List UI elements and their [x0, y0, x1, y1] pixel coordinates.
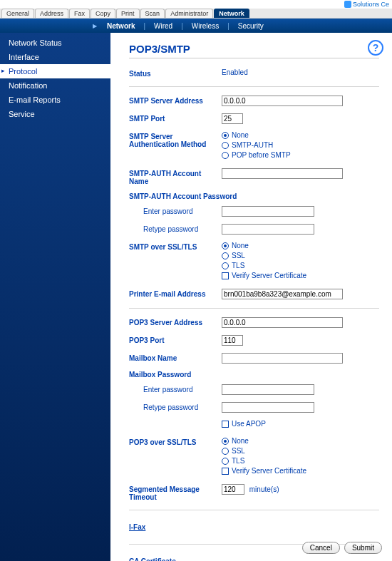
- status-label: Status: [129, 68, 222, 78]
- submit-button[interactable]: Submit: [344, 542, 382, 554]
- tab-address[interactable]: Address: [35, 9, 68, 18]
- mbox-retype-pwd-input[interactable]: [222, 402, 314, 413]
- page-title: POP3/SMTP: [129, 43, 379, 58]
- content-panel: ? POP3/SMTP Status Enabled SMTP Server A…: [110, 33, 392, 561]
- smtp-auth-method-label: SMTP Server Authentication Method: [129, 131, 222, 148]
- button-row: Cancel Submit: [302, 542, 382, 554]
- tab-print[interactable]: Print: [116, 9, 140, 18]
- pop3-server-label: POP3 Server Address: [129, 317, 222, 326]
- retype-pwd-label: Retype password: [129, 224, 222, 233]
- pop3-port-input[interactable]: [222, 335, 243, 346]
- auth-smtpauth-radio[interactable]: [222, 142, 229, 149]
- printer-email-label: Printer E-mail Address: [129, 289, 222, 298]
- solutions-icon: [344, 1, 351, 8]
- mailbox-name-input[interactable]: [222, 353, 343, 364]
- smtp-ssl-label: SMTP over SSL/TLS: [129, 242, 222, 251]
- tab-copy[interactable]: Copy: [91, 9, 115, 18]
- mailbox-pwd-heading: Mailbox Password: [129, 371, 379, 379]
- seg-timeout-label: Segmented Message Timeout: [129, 484, 222, 501]
- sidebar-item-network-status[interactable]: Network Status: [0, 36, 110, 50]
- mbox-enter-pwd-label: Enter password: [129, 384, 222, 393]
- link-ca-certificate[interactable]: CA Certificate: [129, 557, 176, 561]
- sidebar-item-protocol[interactable]: Protocol: [0, 64, 110, 78]
- mailbox-name-label: Mailbox Name: [129, 353, 222, 362]
- sidebar: Network Status Interface Protocol Notifi…: [0, 33, 110, 561]
- pop3-ssl-tls-radio[interactable]: [222, 458, 229, 465]
- use-apop-checkbox[interactable]: [222, 421, 229, 428]
- auth-none-radio[interactable]: [222, 132, 229, 139]
- smtp-auth-account-label: SMTP-AUTH Account Name: [129, 168, 222, 185]
- smtp-ssl-ssl-radio[interactable]: [222, 252, 229, 259]
- sub-nav: ▶ Network | Wired | Wireless | Security: [0, 19, 392, 33]
- mbox-retype-pwd-label: Retype password: [129, 402, 222, 411]
- subnav-network[interactable]: Network: [103, 22, 139, 30]
- mbox-enter-pwd-input[interactable]: [222, 384, 314, 395]
- solutions-link-label: Solutions Ce: [353, 1, 389, 8]
- cancel-button[interactable]: Cancel: [302, 542, 340, 554]
- subnav-wired[interactable]: Wired: [150, 22, 177, 30]
- smtp-auth-pwd-heading: SMTP-AUTH Account Password: [129, 192, 379, 200]
- smtp-port-label: SMTP Port: [129, 113, 222, 123]
- caret-icon: ▶: [93, 23, 97, 29]
- smtp-port-input[interactable]: [222, 113, 243, 124]
- pop3-ssl-none-radio[interactable]: [222, 438, 229, 445]
- smtp-ssl-none-radio[interactable]: [222, 242, 229, 249]
- solutions-link[interactable]: Solutions Ce: [344, 1, 392, 8]
- pop3-ssl-label: POP3 over SSL/TLS: [129, 437, 222, 446]
- top-bar: Solutions Ce: [0, 0, 392, 9]
- main-tabs: General Address Fax Copy Print Scan Admi…: [0, 9, 392, 19]
- pop3-server-input[interactable]: [222, 317, 343, 328]
- sidebar-item-email-reports[interactable]: E-mail Reports: [0, 93, 110, 107]
- smtp-retype-pwd-input[interactable]: [222, 224, 314, 235]
- help-icon[interactable]: ?: [368, 40, 383, 56]
- tab-scan[interactable]: Scan: [140, 9, 165, 18]
- smtp-server-label: SMTP Server Address: [129, 96, 222, 105]
- divider: [129, 510, 379, 510]
- tab-network[interactable]: Network: [214, 9, 249, 18]
- tab-fax[interactable]: Fax: [69, 9, 90, 18]
- auth-popbefore-radio[interactable]: [222, 152, 229, 159]
- divider: [129, 86, 379, 87]
- enter-pwd-label: Enter password: [129, 206, 222, 215]
- seg-timeout-unit: minute(s): [249, 485, 279, 493]
- sidebar-item-interface[interactable]: Interface: [0, 50, 110, 64]
- sidebar-item-notification[interactable]: Notification: [0, 78, 110, 93]
- pop3-verify-cert-checkbox[interactable]: [222, 468, 229, 475]
- subnav-security[interactable]: Security: [234, 22, 268, 30]
- tab-general[interactable]: General: [1, 9, 34, 18]
- pop3-port-label: POP3 Port: [129, 335, 222, 344]
- tab-administrator[interactable]: Administrator: [165, 9, 213, 18]
- sidebar-item-service[interactable]: Service: [0, 107, 110, 121]
- smtp-verify-cert-checkbox[interactable]: [222, 272, 229, 279]
- printer-email-input[interactable]: [222, 289, 343, 299]
- status-value: Enabled: [222, 68, 379, 76]
- link-ifax[interactable]: I-Fax: [129, 523, 145, 531]
- seg-timeout-input[interactable]: [222, 484, 244, 495]
- divider: [129, 308, 379, 309]
- subnav-wireless[interactable]: Wireless: [187, 22, 223, 30]
- pop3-ssl-ssl-radio[interactable]: [222, 448, 229, 455]
- smtp-ssl-tls-radio[interactable]: [222, 262, 229, 269]
- smtp-enter-pwd-input[interactable]: [222, 206, 314, 217]
- smtp-server-input[interactable]: [222, 96, 343, 106]
- smtp-auth-account-input[interactable]: [222, 168, 343, 179]
